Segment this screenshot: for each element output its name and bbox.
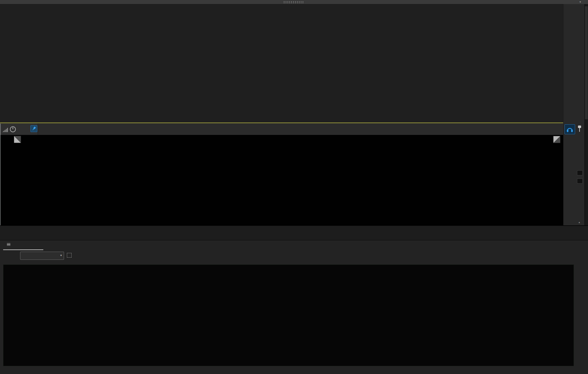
- waveform-display[interactable]: [0, 135, 563, 225]
- clock-icon[interactable]: [9, 126, 16, 134]
- panel-menu-arrow-icon[interactable]: ▾: [580, 0, 581, 3]
- playhead[interactable]: [0, 124, 1, 225]
- pin-button[interactable]: [30, 125, 37, 132]
- copy-frame-icon[interactable]: [67, 253, 72, 258]
- audio-editor-window: ▾: [0, 0, 588, 374]
- scale-tick-marks: [563, 4, 568, 225]
- timeline-ruler[interactable]: [0, 123, 563, 135]
- headphones-icon: [565, 130, 575, 135]
- fade-out-handle[interactable]: [553, 136, 560, 143]
- spectrogram-display[interactable]: [0, 4, 563, 122]
- panel-top-bar: [0, 0, 588, 4]
- scale-scrollbar-thumb[interactable]: [585, 6, 588, 119]
- level-meters-icon[interactable]: [2, 128, 8, 132]
- scale-dropdown[interactable]: ▾: [20, 252, 64, 260]
- frequency-analysis-plot: [4, 265, 573, 365]
- transport-bar: [0, 225, 588, 241]
- marker-pin-icon[interactable]: [578, 125, 581, 132]
- panel-grip-icon-row2: [284, 3, 305, 3]
- panel-menu-icon[interactable]: [7, 243, 10, 246]
- pushpin-icon: [31, 126, 37, 132]
- chart-y-ticks: [573, 264, 578, 374]
- chevron-down-icon: ▾: [60, 254, 62, 257]
- fade-in-handle[interactable]: [14, 136, 21, 143]
- active-tab-underline: [3, 249, 43, 250]
- channel-2-badge[interactable]: [577, 179, 583, 184]
- channel-1-badge[interactable]: [577, 170, 583, 175]
- scale-scroll-up-icon[interactable]: ▴: [579, 221, 580, 224]
- view-toolbar: [0, 123, 38, 136]
- tab-frequency-analysis[interactable]: [4, 242, 10, 247]
- panel-grip-icon[interactable]: [284, 1, 305, 2]
- monitor-button[interactable]: [564, 124, 575, 134]
